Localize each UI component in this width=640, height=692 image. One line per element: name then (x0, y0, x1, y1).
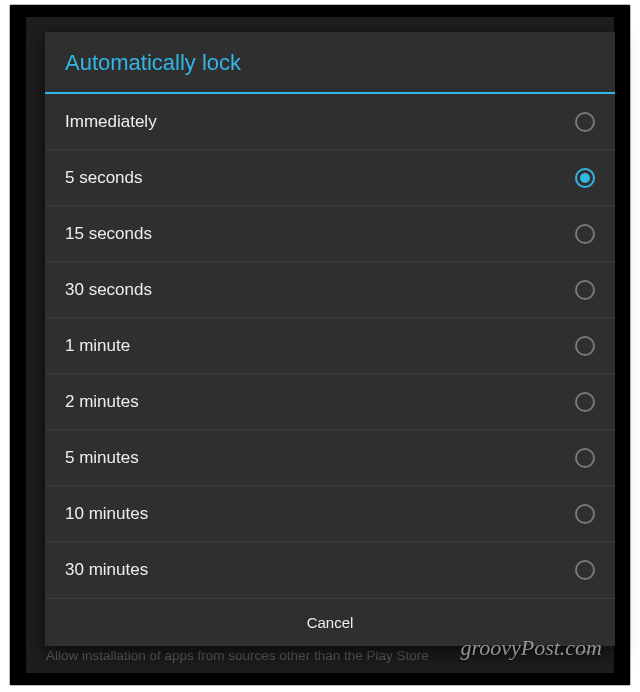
option-row[interactable]: 2 minutes (45, 374, 615, 430)
option-row[interactable]: 1 minute (45, 318, 615, 374)
setting-subtitle: Allow installation of apps from sources … (46, 648, 429, 663)
option-label: 2 minutes (65, 392, 575, 412)
option-row[interactable]: 5 seconds (45, 150, 615, 206)
option-label: 30 minutes (65, 560, 575, 580)
radio-icon[interactable] (575, 280, 595, 300)
radio-icon[interactable] (575, 560, 595, 580)
option-label: 5 minutes (65, 448, 575, 468)
option-label: Immediately (65, 112, 575, 132)
option-row[interactable]: Immediately (45, 94, 615, 150)
radio-icon[interactable] (575, 448, 595, 468)
radio-icon[interactable] (575, 168, 595, 188)
option-label: 10 minutes (65, 504, 575, 524)
dialog-title: Automatically lock (45, 32, 615, 92)
option-row[interactable]: 15 seconds (45, 206, 615, 262)
radio-icon[interactable] (575, 336, 595, 356)
option-row[interactable]: 10 minutes (45, 486, 615, 542)
radio-icon[interactable] (575, 224, 595, 244)
option-row[interactable]: 30 seconds (45, 262, 615, 318)
option-label: 5 seconds (65, 168, 575, 188)
cancel-button[interactable]: Cancel (45, 599, 615, 646)
option-label: 30 seconds (65, 280, 575, 300)
radio-icon[interactable] (575, 392, 595, 412)
radio-icon[interactable] (575, 504, 595, 524)
device-frame: Unknown sources Allow installation of ap… (9, 4, 631, 686)
option-label: 1 minute (65, 336, 575, 356)
option-row[interactable]: 30 minutes (45, 542, 615, 598)
option-row[interactable]: 5 minutes (45, 430, 615, 486)
options-list: Immediately5 seconds15 seconds30 seconds… (45, 94, 615, 598)
radio-icon[interactable] (575, 112, 595, 132)
option-label: 15 seconds (65, 224, 575, 244)
auto-lock-dialog: Automatically lock Immediately5 seconds1… (45, 32, 615, 646)
